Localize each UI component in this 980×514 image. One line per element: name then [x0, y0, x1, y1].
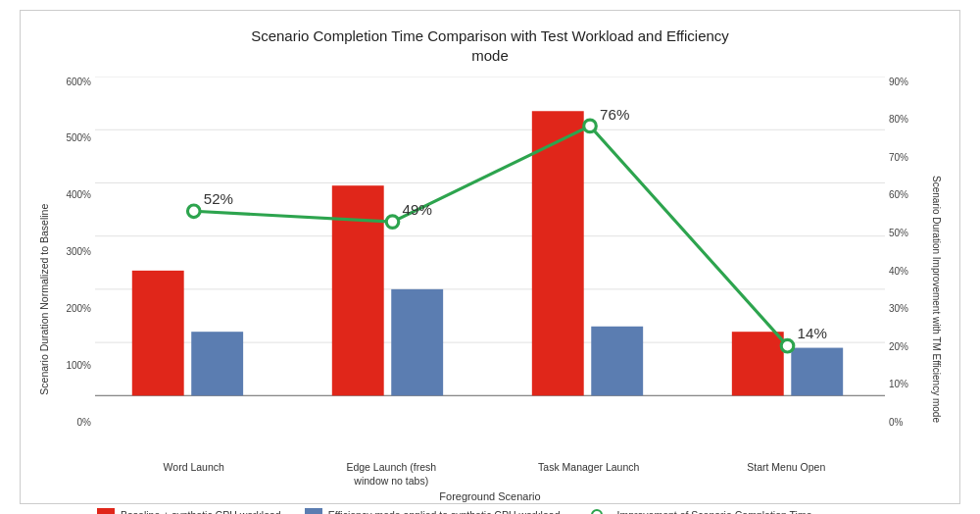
x-label-1: Word Launch — [95, 461, 293, 488]
bar-baseline-2 — [332, 185, 384, 395]
pct-label-4: 14% — [798, 324, 827, 340]
legend-item-line: Improvement of Scenario Completion Time — [583, 508, 811, 514]
bar-efficiency-3 — [591, 326, 643, 395]
inner-chart: 0% 100% 200% 300% 400% 500% 600% — [58, 77, 922, 515]
line-point-1 — [187, 204, 200, 217]
pct-label-3: 76% — [600, 106, 629, 123]
bar-baseline-1 — [132, 270, 184, 394]
chart-title: Scenario Completion Time Comparison with… — [30, 26, 950, 67]
bar-baseline-4 — [732, 332, 784, 395]
x-label-2: Edge Launch (freshwindow no tabs) — [293, 461, 491, 488]
legend-efficiency-label: Efficiency mode applied to synthetic CPU… — [328, 509, 561, 514]
legend-item-efficiency: Efficiency mode applied to synthetic CPU… — [305, 508, 561, 514]
chart-container: Scenario Completion Time Comparison with… — [20, 10, 960, 504]
legend: Baseline + synthetic CPU workload Effici… — [58, 502, 922, 514]
legend-item-baseline: Baseline + synthetic CPU workload — [97, 508, 281, 514]
legend-line-label: Improvement of Scenario Completion Time — [616, 509, 811, 514]
y-axis-right-label: Scenario Duration Improvement with TM Ef… — [922, 77, 950, 515]
legend-baseline-icon — [97, 508, 115, 514]
x-axis-title: Foreground Scenario — [58, 490, 922, 502]
bar-baseline-3 — [532, 111, 584, 395]
x-label-4: Start Menu Open — [688, 461, 886, 488]
x-label-3: Task Manager Launch — [490, 461, 688, 488]
chart-body: Scenario Duration Normalized to Baseline… — [30, 77, 950, 515]
y-axis-left-label: Scenario Duration Normalized to Baseline — [30, 77, 58, 515]
legend-efficiency-icon — [305, 508, 322, 514]
left-y-ticks: 0% 100% 200% 300% 400% 500% 600% — [58, 77, 95, 459]
line-point-4 — [781, 339, 794, 352]
right-y-ticks: 0% 10% 20% 30% 40% 50% 60% 70% 80% 90% — [885, 77, 922, 459]
bar-efficiency-2 — [391, 288, 443, 394]
bar-efficiency-1 — [191, 332, 243, 395]
line-point-3 — [584, 120, 597, 132]
line-point-2 — [386, 215, 399, 228]
plot-area: 0% 100% 200% 300% 400% 500% 600% — [58, 77, 922, 459]
legend-baseline-label: Baseline + synthetic CPU workload — [121, 509, 281, 514]
bar-efficiency-4 — [791, 347, 843, 395]
x-axis-labels: Word Launch Edge Launch (freshwindow no … — [58, 461, 922, 488]
svg-area: 52% 49% 76% 14% — [95, 77, 885, 459]
pct-label-1: 52% — [204, 189, 233, 206]
pct-label-2: 49% — [403, 201, 432, 218]
